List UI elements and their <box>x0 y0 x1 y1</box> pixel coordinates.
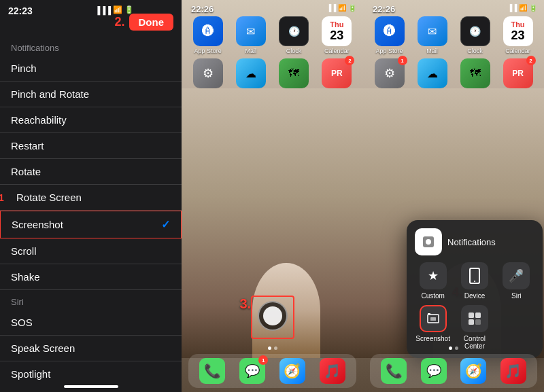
menu-item-scroll[interactable]: Scroll <box>0 238 182 264</box>
app-icon-appstore[interactable]: 🅐 App Store <box>188 16 227 54</box>
checkmark-icon: ✓ <box>161 218 170 231</box>
page-dot-2 <box>274 346 277 350</box>
menu-item-rotate-screen[interactable]: 1 Rotate Screen <box>0 185 182 211</box>
r-app-store-icon: 🅐 <box>375 16 405 46</box>
r-app-icon-clock[interactable]: 🕐 Clock <box>456 16 494 54</box>
svg-rect-8 <box>475 313 481 318</box>
assistive-menu-top: Notifications <box>415 228 534 255</box>
clock-icon: 🕐 <box>279 16 309 46</box>
pr-icon: PR 2 <box>322 58 352 88</box>
r-dock-phone[interactable]: 📞 <box>381 358 407 384</box>
menu-item-restart[interactable]: Restart <box>0 133 182 159</box>
menu-item-rotate[interactable]: Rotate <box>0 159 182 185</box>
page-dots-mid <box>268 346 277 350</box>
r-page-dot-2 <box>455 346 458 350</box>
assistive-menu-grid: ★ Custom Device 🎤 Siri <box>415 262 534 350</box>
r-mail-icon: ✉ <box>418 16 447 46</box>
r-dock-messages[interactable]: 💬 <box>421 358 447 384</box>
step3-label: 3. <box>239 296 251 312</box>
siri-icon: 🎤 <box>503 262 530 289</box>
r-app-icon-mail[interactable]: ✉ Mail <box>413 16 452 54</box>
screenshot-menu-icon <box>420 305 447 332</box>
dock-music[interactable]: 🎵 <box>320 358 345 384</box>
left-settings-panel: 22:23 ▐▐▐📶🔋 2. Done Notifications Pinch … <box>0 0 182 392</box>
done-button[interactable]: Done <box>129 14 174 31</box>
app-icon-calendar[interactable]: Thu23 Calendar <box>318 16 356 54</box>
r-pr-icon: PR 2 <box>503 58 533 88</box>
r-calendar-icon: Thu23 <box>503 16 533 46</box>
menu-grid-siri[interactable]: 🎤 Siri <box>498 262 534 300</box>
mail-icon: ✉ <box>236 16 266 46</box>
page-dots-right <box>449 346 458 350</box>
menu-item-spotlight[interactable]: Spotlight <box>0 361 182 381</box>
menu-item-sos[interactable]: SOS <box>0 310 182 336</box>
r-page-dot-1 <box>449 346 452 350</box>
menu-grid-control-center[interactable]: Control Center <box>456 305 492 350</box>
screenshot-menu-label: Screenshot <box>415 335 450 342</box>
menu-item-pinch[interactable]: Pinch <box>0 56 182 82</box>
bottom-bar <box>64 385 118 388</box>
dock-messages[interactable]: 💬 1 <box>239 358 265 384</box>
assistive-menu-main-icon <box>415 228 442 255</box>
weather-icon: ☁ <box>236 58 266 88</box>
custom-icon: ★ <box>420 262 447 289</box>
app-store-icon: 🅐 <box>193 16 223 46</box>
svg-rect-10 <box>475 319 481 325</box>
assistive-menu-title: Notifications <box>447 237 496 247</box>
dock-right: 📞 💬 🧭 🎵 <box>370 354 537 388</box>
r-maps-icon: 🗺 <box>460 58 490 88</box>
svg-point-3 <box>474 281 475 282</box>
r-app-icon-calendar[interactable]: Thu23 Calendar <box>498 16 537 54</box>
menu-list: Notifications Pinch Pinch and Rotate Rea… <box>0 36 182 381</box>
dock-phone[interactable]: 📞 <box>199 358 225 384</box>
calendar-icon: Thu23 <box>322 16 352 46</box>
r-weather-icon: ☁ <box>418 58 447 88</box>
page-dot-1 <box>268 346 271 350</box>
middle-panel: 22:26 ▐▐ 📶 🔋 🅐 App Store ✉ Mail 🕐 Clock … <box>182 0 363 392</box>
control-center-icon <box>461 305 488 332</box>
maps-icon: 🗺 <box>279 58 309 88</box>
menu-grid-custom[interactable]: ★ Custom <box>415 262 451 300</box>
menu-item-speak-screen[interactable]: Speak Screen <box>0 336 182 361</box>
r-app-icon-appstore[interactable]: 🅐 App Store <box>370 16 409 54</box>
status-icons-right: ▐▐ 📶 🔋 <box>507 4 537 12</box>
svg-rect-7 <box>469 313 474 318</box>
pr-badge: 2 <box>345 56 354 65</box>
svg-point-1 <box>426 239 431 245</box>
r-dock-safari[interactable]: 🧭 <box>460 358 486 384</box>
menu-item-reachability[interactable]: Reachability <box>0 107 182 133</box>
messages-badge: 1 <box>258 355 268 365</box>
settings-icon: ⚙ <box>193 58 223 88</box>
time-mid: 22:26 <box>191 4 214 14</box>
device-label: Device <box>464 292 486 300</box>
r-pr-badge: 2 <box>526 56 536 65</box>
iphone-screen-mid: 22:26 ▐▐ 📶 🔋 🅐 App Store ✉ Mail 🕐 Clock … <box>182 0 363 392</box>
menu-grid-device[interactable]: Device <box>456 262 492 300</box>
assistive-touch-menu: Notifications ★ Custom Device 🎤 Siri <box>407 220 543 358</box>
svg-rect-9 <box>469 319 474 325</box>
menu-item-shake[interactable]: Shake <box>0 264 182 290</box>
menu-grid-screenshot[interactable]: Screenshot <box>415 305 451 350</box>
r-clock-icon: 🕐 <box>460 16 490 46</box>
r-dock-music[interactable]: 🎵 <box>500 358 526 384</box>
custom-label: Custom <box>421 292 444 300</box>
app-icon-clock[interactable]: 🕐 Clock <box>275 16 313 54</box>
time-left: 22:23 <box>8 5 33 16</box>
iphone-screen-right: 22:26 ▐▐ 📶 🔋 🅐 App Store ✉ Mail 🕐 Clock … <box>363 0 544 392</box>
status-icons-mid: ▐▐ 📶 🔋 <box>326 4 356 12</box>
app-icon-mail[interactable]: ✉ Mail <box>231 16 270 54</box>
dock-mid: 📞 💬 1 🧭 🎵 <box>188 354 356 388</box>
device-icon <box>461 262 488 289</box>
siri-label: Siri <box>511 292 521 300</box>
menu-item-pinch-rotate[interactable]: Pinch and Rotate <box>0 82 182 107</box>
section-header-siri: Siri <box>0 290 182 310</box>
svg-rect-5 <box>430 317 436 321</box>
control-center-label: Control Center <box>456 335 492 350</box>
step2-number: 2. <box>114 15 124 29</box>
status-icons-left: ▐▐▐📶🔋 <box>95 5 134 14</box>
right-panel: 22:26 ▐▐ 📶 🔋 🅐 App Store ✉ Mail 🕐 Clock … <box>363 0 544 392</box>
menu-item-screenshot[interactable]: Screenshot ✓ <box>0 211 182 238</box>
dock-safari[interactable]: 🧭 <box>279 358 305 384</box>
step3-highlight-box <box>251 296 294 339</box>
svg-rect-6 <box>428 313 430 315</box>
